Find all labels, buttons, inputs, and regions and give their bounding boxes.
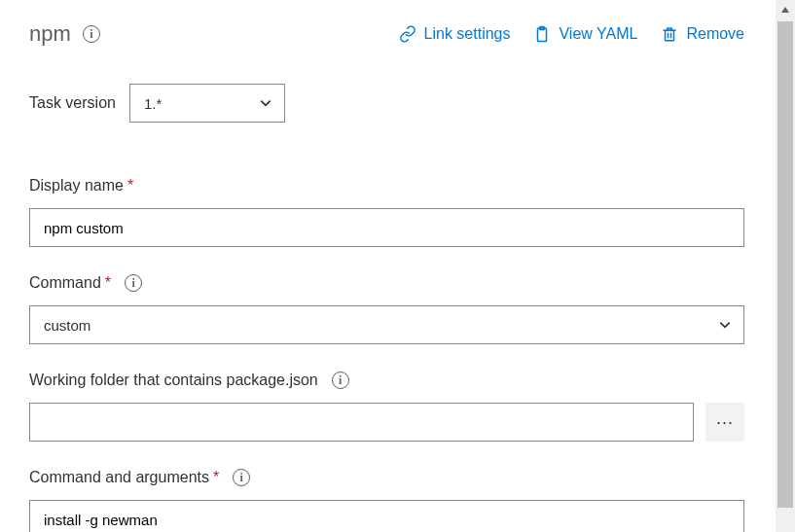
link-icon: [399, 25, 416, 43]
display-name-label: Display name*: [29, 177, 133, 195]
task-version-select[interactable]: 1.*: [129, 84, 285, 123]
command-label: Command*: [29, 274, 111, 292]
info-icon[interactable]: [233, 469, 250, 486]
link-settings-button[interactable]: Link settings: [399, 25, 511, 43]
scrollbar-track[interactable]: [776, 0, 795, 532]
remove-button[interactable]: Remove: [661, 25, 744, 43]
view-yaml-label: View YAML: [559, 25, 637, 43]
chevron-down-icon: [718, 318, 732, 332]
browse-button[interactable]: ···: [705, 403, 744, 442]
task-version-label: Task version: [29, 94, 116, 112]
command-args-label: Command and arguments*: [29, 469, 219, 486]
command-value: custom: [44, 317, 90, 334]
command-select[interactable]: custom: [29, 305, 744, 344]
task-version-value: 1.*: [144, 95, 162, 112]
link-settings-label: Link settings: [424, 25, 511, 43]
info-icon[interactable]: [125, 274, 142, 292]
trash-icon: [661, 25, 678, 43]
clipboard-icon: [533, 25, 551, 43]
working-folder-label: Working folder that contains package.jso…: [29, 372, 318, 389]
command-args-input[interactable]: [29, 500, 744, 532]
working-folder-input[interactable]: [29, 403, 694, 442]
info-icon[interactable]: [83, 25, 100, 43]
display-name-input[interactable]: [29, 208, 744, 247]
scrollbar-thumb[interactable]: [777, 21, 793, 508]
scroll-up-button[interactable]: [776, 0, 795, 19]
page-title: npm: [29, 21, 71, 47]
view-yaml-button[interactable]: View YAML: [533, 25, 637, 43]
remove-label: Remove: [686, 25, 744, 43]
chevron-down-icon: [259, 96, 272, 110]
info-icon[interactable]: [332, 372, 349, 389]
